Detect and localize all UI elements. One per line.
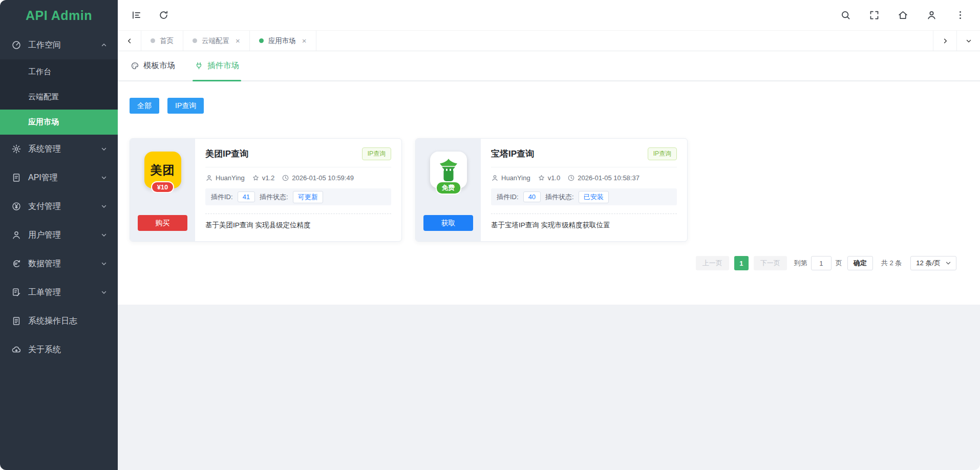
chevron-right-icon: [942, 37, 949, 45]
app-logo: API Admin: [0, 0, 118, 31]
market-tab-label: 模板市场: [143, 60, 175, 71]
tab-dot: [151, 38, 155, 43]
chevron-up-icon: [100, 41, 108, 49]
sidebar-item-app-market[interactable]: 应用市场: [0, 110, 118, 135]
plugin-title: 宝塔IP查询: [491, 148, 648, 160]
plugin-meta: HuanYing v1.2 2026-01-05 10:: [205, 174, 391, 182]
market-panel: 模板市场 插件市场 全部 IP查询: [118, 51, 980, 305]
plugin-id-value: 41: [238, 191, 255, 202]
sidebar-item-user-mgmt[interactable]: 用户管理: [0, 221, 118, 249]
sidebar-item-operation-log[interactable]: 系统操作日志: [0, 307, 118, 335]
pagination: 上一页 1 下一页 到第 页 确定 共 2 条 12 条/页: [118, 242, 980, 270]
get-button[interactable]: 获取: [423, 215, 473, 231]
sidebar-item-label: 工单管理: [28, 287, 100, 298]
tab-cloud-config[interactable]: 云端配置 ×: [183, 31, 250, 51]
user-icon[interactable]: [926, 10, 937, 20]
page-size-value: 12 条/页: [916, 259, 941, 268]
star-icon: [538, 174, 545, 182]
dashed-divider: [491, 213, 677, 214]
chevron-down-icon: [100, 260, 108, 267]
plugin-id-value: 40: [523, 191, 541, 202]
plugin-card-body: 宝塔IP查询 IP查询 HuanYing: [481, 139, 687, 241]
plugin-meta: HuanYing v1.0 2026-01-05 10:: [491, 174, 677, 182]
tabs-scroll-right-button[interactable]: [933, 31, 956, 51]
category-tag: IP查询: [362, 147, 391, 160]
divider: [205, 167, 391, 167]
sidebar-item-label: 关于系统: [28, 345, 108, 355]
tab-plugin-market[interactable]: 插件市场: [195, 51, 239, 80]
sidebar-item-system-mgmt[interactable]: 系统管理: [0, 135, 118, 163]
goto-unit: 页: [836, 259, 842, 268]
confirm-button[interactable]: 确定: [847, 256, 873, 270]
sidebar-item-cloud-config[interactable]: 云端配置: [0, 84, 118, 110]
plugin-updated: 2026-01-05 10:59:49: [292, 174, 354, 182]
goto-page-input[interactable]: [811, 256, 832, 270]
prev-page-button[interactable]: 上一页: [696, 256, 729, 270]
sidebar-item-label: 数据管理: [28, 259, 100, 269]
plugin-updated: 2026-01-05 10:58:37: [578, 174, 640, 182]
search-icon[interactable]: [840, 10, 851, 20]
tab-home[interactable]: 首页: [141, 31, 183, 51]
chevron-down-icon: [100, 174, 108, 181]
plugin-id-label: 插件ID:: [497, 193, 519, 202]
sidebar-item-workbench[interactable]: 工作台: [0, 59, 118, 84]
workspace-submenu: 工作台 云端配置 应用市场: [0, 59, 118, 135]
tab-label: 云端配置: [202, 36, 229, 46]
fold-menu-icon[interactable]: [131, 10, 142, 20]
tab-template-market[interactable]: 模板市场: [131, 51, 175, 80]
tabs-menu-button[interactable]: [956, 31, 980, 51]
more-vertical-icon[interactable]: [955, 10, 966, 20]
sidebar-item-data-mgmt[interactable]: 数据管理: [0, 249, 118, 278]
tab-app-market[interactable]: 应用市场 ×: [250, 31, 316, 51]
sidebar-item-payment-mgmt[interactable]: 支付管理: [0, 192, 118, 221]
plugin-info-bar: 插件ID: 40 插件状态: 已安装: [491, 188, 677, 205]
baota-pagoda-graphic: [435, 156, 462, 184]
data-sync-icon: [11, 259, 22, 269]
plugin-description: 基于美团IP查询 实现县级定位精度: [205, 221, 391, 230]
tabs-scroll-left-button[interactable]: [118, 31, 141, 51]
plugin-version: v1.2: [262, 174, 275, 182]
chevron-down-icon: [100, 145, 108, 153]
tab-label: 首页: [160, 36, 174, 46]
sidebar-item-api-mgmt[interactable]: API管理: [0, 163, 118, 192]
sidebar-item-about-system[interactable]: 关于系统: [0, 335, 118, 364]
close-icon[interactable]: ×: [236, 37, 240, 45]
page-size-select[interactable]: 12 条/页: [910, 256, 956, 270]
user-icon: [11, 230, 22, 240]
tab-label: 应用市场: [268, 36, 296, 46]
tabbar: 首页 云端配置 × 应用市场 ×: [118, 30, 980, 51]
palette-icon: [131, 61, 139, 70]
gear-icon: [11, 144, 22, 154]
plugin-description: 基于宝塔IP查询 实现市级精度获取位置: [491, 221, 677, 230]
plugin-status-value: 可更新: [293, 191, 323, 203]
dashed-divider: [205, 213, 391, 214]
cloud-upload-icon: [11, 345, 22, 355]
topbar-left: [131, 10, 169, 20]
plugin-author: HuanYing: [216, 174, 245, 182]
sidebar-item-label: 支付管理: [28, 201, 100, 212]
chevron-down-icon: [100, 203, 108, 210]
sidebar-item-label: 系统操作日志: [28, 316, 108, 327]
sidebar-item-workspace[interactable]: 工作空间: [0, 31, 118, 59]
refresh-icon[interactable]: [158, 10, 169, 20]
divider: [491, 167, 677, 167]
chevron-left-icon: [126, 37, 133, 45]
close-icon[interactable]: ×: [302, 37, 307, 45]
dashboard-icon: [11, 40, 22, 50]
filter-all-button[interactable]: 全部: [130, 98, 159, 114]
sidebar-item-ticket-mgmt[interactable]: 工单管理: [0, 278, 118, 307]
sidebar: API Admin 工作空间 工作台 云端配置 应用市场 系: [0, 0, 118, 470]
page-number-1[interactable]: 1: [734, 256, 749, 270]
filter-ip-query-button[interactable]: IP查询: [167, 98, 204, 114]
plugin-card-baota: 免费 获取 宝塔IP查询 IP查询: [415, 138, 688, 242]
main-area: 首页 云端配置 × 应用市场 ×: [118, 0, 980, 470]
next-page-button[interactable]: 下一页: [754, 256, 787, 270]
plugin-status-label: 插件状态:: [545, 193, 574, 202]
fullscreen-icon[interactable]: [869, 10, 880, 20]
plugin-card-list: 美团 ¥10 购买 美团IP查询 IP查询: [118, 114, 980, 242]
buy-button[interactable]: 购买: [138, 215, 187, 231]
meituan-logo-text: 美团: [151, 162, 175, 178]
plugin-id-label: 插件ID:: [211, 193, 233, 202]
home-icon[interactable]: [898, 10, 908, 20]
category-tag: IP查询: [648, 147, 677, 160]
